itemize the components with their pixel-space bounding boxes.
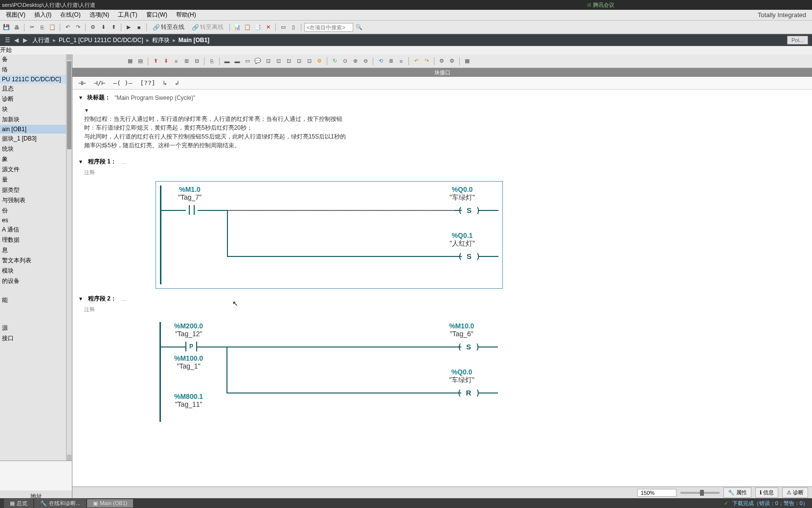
- start-button[interactable]: 开始: [0, 46, 812, 54]
- output-tag[interactable]: %Q0.0 "车绿灯": [449, 368, 474, 385]
- redo-icon[interactable]: ↷: [73, 23, 82, 32]
- breadcrumb-item[interactable]: 程序块: [152, 36, 170, 45]
- tool-icon[interactable]: ⊙: [340, 57, 349, 66]
- tool-icon[interactable]: ≡: [397, 57, 406, 66]
- output-tag[interactable]: %Q0.0 "车绿灯": [450, 185, 475, 202]
- nav-menu-icon[interactable]: ☰: [4, 37, 11, 44]
- menu-online[interactable]: 在线(O): [56, 10, 84, 20]
- tool-icon[interactable]: ⚙: [315, 57, 324, 66]
- output-tag[interactable]: %Q0.1 "人红灯": [450, 231, 475, 248]
- collapse-icon[interactable]: ▼: [78, 159, 83, 164]
- network-icon[interactable]: ▭: [243, 57, 252, 66]
- tool-icon[interactable]: 📋: [243, 23, 252, 32]
- view-icon[interactable]: ▦: [126, 57, 135, 66]
- tool-icon[interactable]: ⊡: [294, 57, 303, 66]
- tree-item[interactable]: 能: [0, 295, 66, 305]
- split-v-icon[interactable]: ▯: [289, 23, 298, 32]
- network-comment[interactable]: 注释: [72, 168, 812, 177]
- input-tag[interactable]: %M200.0 "Tag_12": [174, 322, 203, 338]
- copy-icon[interactable]: ⎘: [38, 23, 46, 32]
- tree-item[interactable]: 统块: [0, 144, 66, 154]
- branch-close-icon[interactable]: ↲: [173, 78, 180, 88]
- tree-item[interactable]: 源: [0, 323, 66, 333]
- breadcrumb-item[interactable]: 人行道: [32, 36, 50, 45]
- cut-icon[interactable]: ✂: [27, 23, 36, 32]
- breadcrumb-item[interactable]: PLC_1 [CPU 1211C DC/DC/DC]: [59, 37, 143, 44]
- tree-item[interactable]: 象: [0, 154, 66, 164]
- scroll-thumb[interactable]: [67, 61, 71, 149]
- tree-item[interactable]: 模块: [0, 266, 66, 276]
- tree-item[interactable]: 且态: [0, 84, 66, 94]
- project-tree[interactable]: 备络PU 1211C DC/DC/DC]且态诊断块加新块ain [OB1]据块_…: [0, 54, 66, 461]
- box-icon[interactable]: [??]: [138, 78, 157, 88]
- download-icon[interactable]: ⬇: [99, 23, 108, 32]
- block-description[interactable]: ▼ 控制过程：当无行人通过时，车行道的绿灯常亮，人行道的红灯常亮；当有行人通过，…: [72, 104, 812, 152]
- tool-icon[interactable]: ≡: [172, 57, 180, 66]
- network-header[interactable]: ▼ 程序段 1： ...: [72, 156, 812, 168]
- tool-icon[interactable]: ⬇: [161, 57, 170, 66]
- menu-tools[interactable]: 工具(T): [114, 10, 141, 20]
- tree-item[interactable]: 源文件: [0, 164, 66, 175]
- project-search-input[interactable]: [304, 23, 353, 32]
- view-icon[interactable]: ▤: [136, 57, 145, 66]
- tool-icon[interactable]: ≣: [386, 57, 395, 66]
- portal-label[interactable]: Poi...: [787, 36, 808, 45]
- set-coil[interactable]: ( S ): [457, 252, 481, 261]
- menu-help[interactable]: 帮助(H): [172, 10, 200, 20]
- tool-icon[interactable]: ⬆: [151, 57, 160, 66]
- no-contact[interactable]: [186, 205, 198, 215]
- upload-icon[interactable]: ⬆: [109, 23, 118, 32]
- tree-item[interactable]: es: [0, 216, 66, 225]
- tree-item[interactable]: 加新块: [0, 115, 66, 125]
- tree-item[interactable]: 络: [0, 65, 66, 75]
- menu-view[interactable]: 视图(V): [2, 10, 29, 20]
- code-area[interactable]: ▼ 块标题： "Main Program Sweep (Cycle)" ▼ 控制…: [72, 90, 812, 508]
- tree-item[interactable]: 块: [0, 104, 66, 115]
- ladder-diagram[interactable]: %M1.0 "Tag_7" %Q0.0 "车绿灯" ( S ): [156, 181, 503, 289]
- tool-icon[interactable]: ↶: [412, 57, 421, 66]
- set-coil[interactable]: ( S ): [456, 343, 481, 351]
- p-trigger[interactable]: P: [185, 342, 197, 351]
- tree-item[interactable]: 警文本列表: [0, 255, 66, 266]
- network-comment[interactable]: 注释: [72, 305, 812, 314]
- input-tag[interactable]: %M100.0 "Tag_1": [174, 354, 203, 370]
- tool-icon[interactable]: ⊡: [274, 57, 283, 66]
- compile-icon[interactable]: ⚙: [89, 23, 97, 32]
- scroll-down-icon[interactable]: [67, 455, 71, 461]
- tree-item[interactable]: 备: [0, 54, 66, 65]
- menu-insert[interactable]: 插入(I): [30, 10, 55, 20]
- properties-button[interactable]: 🔧属性: [723, 487, 751, 498]
- start-cpu-icon[interactable]: ▶: [124, 23, 133, 32]
- ladder-diagram[interactable]: %M200.0 "Tag_12" P %M10.0 "Tag_6" ( S ) …: [156, 318, 503, 426]
- tree-item[interactable]: 据类型: [0, 185, 66, 195]
- scroll-up-icon[interactable]: [67, 54, 71, 60]
- tree-item[interactable]: 息: [0, 245, 66, 255]
- tool-icon[interactable]: ⚙: [437, 57, 446, 66]
- tool-icon[interactable]: ⟲: [376, 57, 385, 66]
- tab-overview[interactable]: ▦总览: [4, 499, 33, 508]
- diagnostics-button[interactable]: ⚠诊断: [782, 487, 808, 498]
- stop-cpu-icon[interactable]: ■: [135, 23, 143, 32]
- output-tag[interactable]: %M10.0 "Tag_6": [449, 322, 474, 338]
- network-header[interactable]: ▼ 程序段 2： ...: [72, 293, 812, 305]
- contact-no-icon[interactable]: ⊣⊢: [76, 78, 88, 88]
- tab-online-diag[interactable]: 🔧在线和诊断...: [34, 499, 86, 508]
- tool-icon[interactable]: ⊡: [264, 57, 272, 66]
- menu-window[interactable]: 窗口(W): [142, 10, 171, 20]
- tool-icon[interactable]: ↷: [422, 57, 431, 66]
- paste-icon[interactable]: 📋: [48, 23, 57, 32]
- tree-item[interactable]: [0, 314, 66, 323]
- collapse-icon[interactable]: ▼: [78, 95, 83, 100]
- collapse-icon[interactable]: ▼: [78, 296, 83, 301]
- tree-item[interactable]: 诊断: [0, 94, 66, 104]
- branch-open-icon[interactable]: ↳: [161, 78, 169, 88]
- tool-icon[interactable]: ⊟: [192, 57, 201, 66]
- wire-selected[interactable]: [227, 210, 454, 211]
- tree-item[interactable]: 据块_1 [DB3]: [0, 134, 66, 144]
- tool-icon[interactable]: ↻: [330, 57, 339, 66]
- split-h-icon[interactable]: ▭: [279, 23, 288, 32]
- search-icon[interactable]: 🔍: [355, 23, 363, 32]
- contact-nc-icon[interactable]: ⊣/⊢: [92, 78, 107, 88]
- tool-icon[interactable]: ⊕: [351, 57, 360, 66]
- tool-icon[interactable]: ⊡: [305, 57, 314, 66]
